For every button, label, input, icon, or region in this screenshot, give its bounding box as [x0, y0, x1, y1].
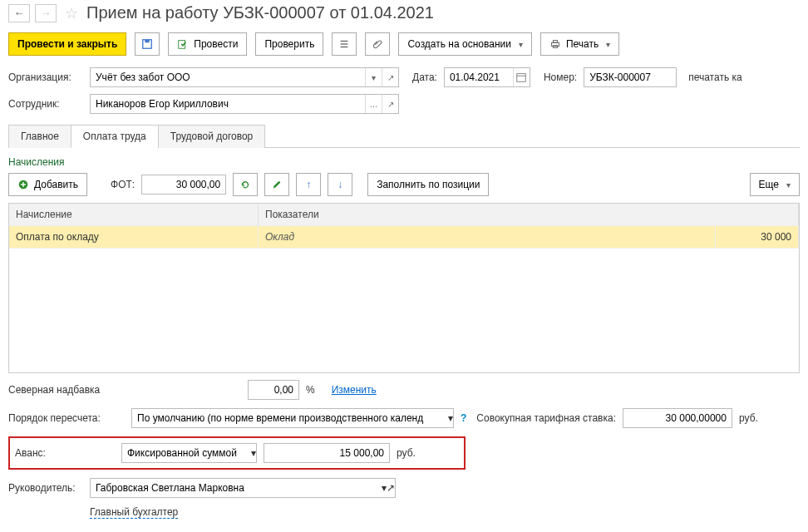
employee-select-button[interactable]: …: [365, 95, 382, 113]
percent-sign: %: [306, 384, 315, 396]
advance-method-select[interactable]: [122, 444, 251, 462]
help-icon[interactable]: ?: [461, 412, 466, 424]
employee-input[interactable]: [91, 95, 365, 113]
arrow-up-icon: ↑: [306, 179, 311, 190]
recalc-order-select[interactable]: [132, 409, 448, 427]
print-button[interactable]: Печать: [540, 32, 619, 56]
plus-circle-icon: [17, 179, 29, 190]
table-empty-area: [9, 248, 799, 372]
advance-method-dropdown-button[interactable]: ▾: [251, 447, 256, 459]
north-allowance-label: Северная надбавка: [8, 384, 241, 396]
pencil-icon: [271, 179, 283, 190]
arrow-down-icon: ↓: [337, 179, 342, 190]
employee-open-button[interactable]: ↗: [382, 95, 398, 113]
edit-button[interactable]: [264, 173, 289, 196]
aggregate-rate-label: Совокупная тарифная ставка:: [476, 412, 616, 424]
create-based-on-button[interactable]: Создать на основании: [398, 32, 532, 56]
move-down-button[interactable]: ↓: [328, 173, 352, 196]
date-label: Дата:: [412, 71, 437, 83]
manager-field-wrap: ▾ ↗: [90, 478, 396, 498]
table-header: Начисление Показатели: [9, 204, 799, 225]
svg-rect-7: [553, 41, 557, 43]
print-qty-label: печатать ка: [688, 71, 741, 83]
more-button[interactable]: Еще: [750, 173, 800, 196]
date-calendar-button[interactable]: [513, 68, 530, 86]
list-view-button[interactable]: [332, 32, 357, 56]
add-button[interactable]: Добавить: [8, 173, 87, 196]
change-link[interactable]: Изменить: [332, 384, 377, 396]
manager-label: Руководитель:: [8, 482, 83, 494]
accruals-table: Начисление Показатели Оплата по окладу О…: [8, 203, 800, 373]
nav-back-button[interactable]: ←: [8, 4, 30, 22]
recalc-order-dropdown-button[interactable]: ▾: [448, 412, 453, 424]
svg-rect-9: [517, 74, 526, 82]
post-and-close-button[interactable]: Провести и закрыть: [8, 32, 126, 56]
recalc-order-label: Порядок пересчета:: [8, 412, 125, 424]
fot-label: ФОТ:: [111, 179, 135, 190]
calendar-icon: [515, 71, 527, 83]
page-title: Прием на работу УБЗК-000007 от 01.04.202…: [86, 3, 434, 22]
post-icon: [177, 38, 189, 50]
org-dropdown-button[interactable]: ▾: [365, 68, 382, 86]
col-indicators[interactable]: Показатели: [259, 204, 799, 225]
paperclip-icon: [372, 38, 383, 50]
employee-label: Сотрудник:: [8, 98, 83, 110]
save-button[interactable]: [135, 32, 160, 56]
manager-position-link[interactable]: Главный бухгалтер: [90, 506, 178, 519]
rub-label-1: руб.: [739, 412, 758, 424]
printer-icon: [549, 38, 561, 50]
post-button[interactable]: Провести: [168, 32, 247, 56]
advance-method-wrap: ▾: [121, 443, 257, 463]
number-field-wrap: [584, 67, 677, 87]
add-button-label: Добавить: [34, 179, 78, 190]
cell-accrual-name: Оплата по окладу: [9, 225, 259, 248]
advance-highlight-box: Аванс: ▾ руб.: [8, 436, 466, 470]
tab-main[interactable]: Главное: [8, 125, 71, 148]
employee-field-wrap: … ↗: [90, 94, 399, 114]
number-label: Номер:: [544, 71, 577, 83]
table-row[interactable]: Оплата по окладу Оклад 30 000: [9, 225, 799, 248]
col-accrual[interactable]: Начисление: [9, 204, 259, 225]
tab-payment[interactable]: Оплата труда: [71, 125, 159, 148]
date-input[interactable]: [445, 68, 513, 86]
check-button[interactable]: Проверить: [255, 32, 323, 56]
fot-field-wrap: [141, 175, 226, 195]
svg-rect-1: [145, 40, 150, 43]
move-up-button[interactable]: ↑: [296, 173, 321, 196]
date-field-wrap: [444, 67, 530, 87]
north-allowance-input[interactable]: [249, 381, 298, 399]
recalc-order-select-wrap: ▾: [131, 408, 454, 428]
post-button-label: Провести: [194, 38, 238, 50]
fot-input[interactable]: [142, 175, 225, 194]
nav-forward-button: →: [35, 4, 57, 22]
org-label: Организация:: [8, 71, 83, 83]
attachments-button[interactable]: [365, 32, 390, 56]
refresh-button[interactable]: [233, 173, 258, 196]
number-input[interactable]: [584, 68, 676, 86]
aggregate-rate-input[interactable]: [623, 409, 732, 427]
cell-value: 30 000: [716, 225, 799, 248]
manager-open-button[interactable]: ↗: [387, 482, 395, 494]
fill-by-position-button[interactable]: Заполнить по позиции: [367, 173, 489, 196]
org-input[interactable]: [91, 68, 365, 86]
org-open-button[interactable]: ↗: [382, 68, 398, 86]
floppy-icon: [141, 38, 153, 50]
org-field-wrap: ▾ ↗: [90, 67, 399, 87]
advance-amount-input[interactable]: [264, 444, 389, 462]
print-button-label: Печать: [566, 38, 599, 50]
cell-indicator: Оклад: [259, 225, 716, 248]
tab-contract[interactable]: Трудовой договор: [158, 125, 265, 148]
manager-input[interactable]: [91, 479, 382, 497]
refresh-icon: [239, 179, 251, 190]
list-icon: [338, 38, 350, 50]
accruals-section-label: Начисления: [8, 156, 800, 168]
advance-label: Аванс:: [15, 447, 115, 459]
favorite-star-icon[interactable]: ☆: [65, 4, 78, 22]
tabs: Главное Оплата труда Трудовой договор: [8, 124, 800, 148]
rub-label-2: руб.: [397, 447, 416, 459]
